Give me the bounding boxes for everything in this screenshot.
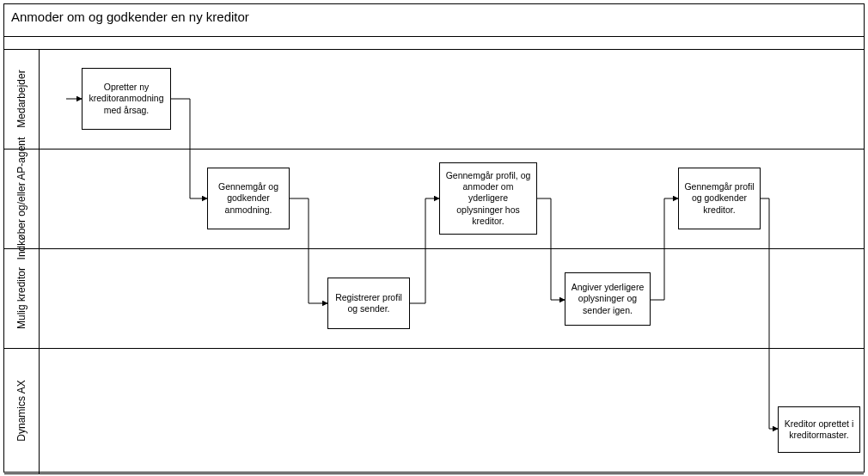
lane-medarbejder: Medarbejder Opretter ny kreditoranmodnin… (4, 49, 864, 150)
title-divider (4, 37, 864, 50)
lane-body-medarbejder: Opretter ny kreditoranmodning med årsag. (39, 49, 864, 149)
lane-ap-agent: Indkøber og/eller AP-agent Gennemgår og … (4, 149, 864, 249)
lane-header-dynamics-ax: Dynamics AX (4, 348, 40, 473)
step-review-approve-request: Gennemgår og godkender anmodning. (207, 168, 290, 229)
lane-body-ap-agent: Gennemgår og godkender anmodning. Gennem… (39, 149, 864, 248)
lane-label: Dynamics AX (15, 380, 28, 441)
lane-dynamics-ax: Dynamics AX Kreditor oprettet i kreditor… (4, 348, 864, 474)
swimlane-diagram: Anmoder om og godkender en ny kreditor M… (3, 3, 865, 473)
lane-body-possible-creditor: Registrerer profil og sender. Angiver yd… (39, 248, 864, 348)
lane-header-possible-creditor: Mulig kreditor (4, 248, 40, 348)
lanes-container: Medarbejder Opretter ny kreditoranmodnin… (4, 49, 864, 472)
step-register-profile: Registrerer profil og sender. (327, 278, 410, 329)
lane-body-dynamics-ax: Kreditor oprettet i kreditormaster. (39, 348, 864, 473)
lane-header-ap-agent: Indkøber og/eller AP-agent (4, 149, 40, 248)
lane-label: Mulig kreditor (15, 267, 28, 329)
step-review-approve-creditor: Gennemgår profil og godkender kreditor. (678, 168, 761, 229)
step-creditor-created: Kreditor oprettet i kreditormaster. (778, 406, 860, 453)
lane-possible-creditor: Mulig kreditor Registrerer profil og sen… (4, 248, 864, 349)
step-create-request: Opretter ny kreditoranmodning med årsag. (82, 68, 171, 130)
step-review-profile-request-info: Gennemgår profil, og anmoder om yderlige… (439, 162, 537, 235)
diagram-title: Anmoder om og godkender en ny kreditor (4, 4, 864, 37)
lane-header-medarbejder: Medarbejder (4, 49, 40, 149)
step-send-more-info: Angiver yderligere oplysninger og sender… (565, 272, 651, 326)
lane-label: Medarbejder (15, 70, 28, 127)
lane-label: Indkøber og/eller AP-agent (15, 137, 28, 260)
